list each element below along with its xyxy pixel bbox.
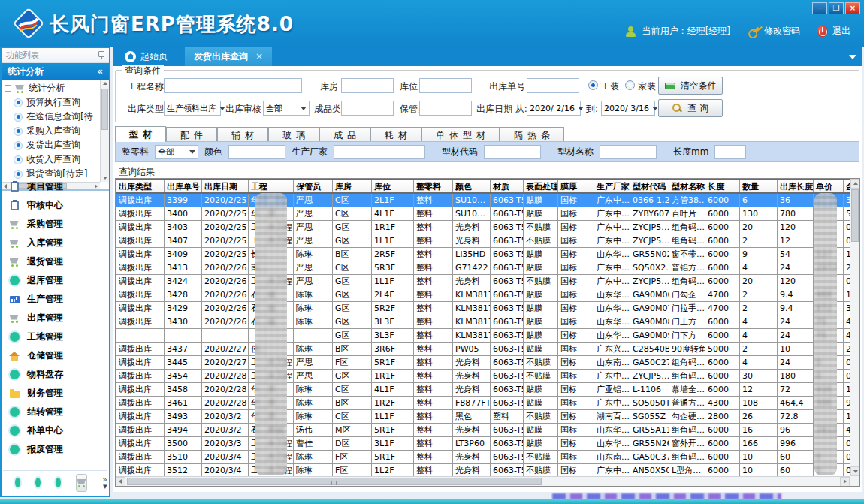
gongzhuang-label[interactable]: 工装 [601,80,619,93]
radio-gongzhuang[interactable] [588,80,598,90]
sidebar-item-9[interactable]: 仓储管理 [2,346,109,365]
sidebar-item-14[interactable]: 报废管理 [2,440,109,459]
table-vertical-scrollbar[interactable] [850,179,859,476]
table-row[interactable]: 调拨出库34092020/2/25长…陈琳B区2R5F整料LI35HD6063-… [116,247,860,261]
circle-icon[interactable] [56,478,61,487]
scroll-up-icon[interactable] [853,182,858,185]
column-header[interactable]: 膜厚 [558,180,594,193]
table-row[interactable]: 调拨出库34302020/2/26石…城陈琳G区3L3F整料KLM3817606… [116,315,860,328]
tree-root[interactable]: 统计分析 [5,81,109,95]
column-header[interactable]: 出库单号 [165,180,202,193]
date-from-select[interactable]: 2020/ 2/16 [527,101,581,116]
table-row[interactable]: 调拨出库34032020/2/25工…共工程严思G区1R1F整料光身料6063-… [116,220,860,234]
tree-expander-icon[interactable] [5,85,11,92]
jiazhuang-label[interactable]: 家装 [638,80,656,93]
sidebar-item-0[interactable]: 项目管理 [2,177,109,196]
table-row[interactable]: 调拨出库34132020/2/26南…严思C区5R3F整料G714226063-… [116,261,860,274]
sidebar-item-7[interactable]: 出库管理 [2,309,109,327]
change-password-button[interactable]: 修改密码 [747,25,800,38]
column-header[interactable]: 表面处理 [524,180,558,193]
tab-home[interactable]: 起始页 [117,47,175,66]
table-row[interactable]: 调拨出库35002020/3/3工…共工程曹佳D区3L1F整料LT3P60606… [116,436,860,450]
material-tab-1[interactable]: 配件 [166,127,217,142]
keeper-input[interactable] [419,101,472,116]
table-horizontal-scrollbar[interactable] [116,476,850,486]
table-row[interactable]: 调拨出库34372020/2/27佛…陈琳B区3R6F整料PW056063-T5… [116,342,860,355]
scroll-left-icon[interactable] [119,479,122,484]
project-name-input[interactable] [164,78,302,93]
close-button[interactable]: × [845,2,860,14]
clear-conditions-button[interactable]: 清空条件 [658,77,723,95]
cart-button[interactable] [76,474,87,492]
product-type-input[interactable] [341,101,394,116]
column-header[interactable]: 出库类型 [116,180,165,193]
whole-piece-select[interactable]: 全部 [155,145,198,159]
tree-item-2[interactable]: 采购入库查询 [14,124,109,138]
collapse-icon[interactable]: « [97,66,103,77]
material-tab-4[interactable]: 成品 [319,127,370,142]
scroll-up-icon[interactable] [103,82,107,85]
column-header[interactable]: 材质 [491,180,524,193]
table-row[interactable]: 调拨出库34582020/2/28华…原…陈琳C区4L1F整料光身料6063-T… [116,382,860,396]
tree-vertical-scrollbar[interactable] [100,80,109,182]
sidebar-item-13[interactable]: 补单中心 [2,421,109,440]
table-row[interactable]: 调拨出库34612020/2/28华…原…陈琳B区1R2F整料F8877FT60… [116,396,860,409]
tree-item-1[interactable]: 在途信息查询[待 [14,110,109,124]
profile-name-input[interactable] [600,145,657,159]
tab-overflow-icon[interactable] [849,55,856,59]
material-tab-0[interactable]: 型材 [115,126,166,142]
vertical-scroll-thumb[interactable] [851,189,859,242]
stats-section-header[interactable]: 统计分析 « [2,63,109,80]
column-header[interactable]: 型材名称 [669,180,705,193]
sidebar-item-2[interactable]: 采购管理 [2,215,109,234]
tree-item-0[interactable]: 预算执行查询 [14,95,109,110]
sidebar-item-5[interactable]: 退库管理 [2,271,109,290]
sidebar-item-11[interactable]: 财务管理 [2,384,109,403]
scroll-down-icon[interactable] [853,470,858,473]
order-no-input[interactable] [527,78,579,93]
maximize-button[interactable]: ❐ [829,2,844,14]
tree-item-3[interactable]: 发货出库查询 [14,138,109,152]
table-row[interactable]: 调拨出库34002020/2/25华…原…严思C区4L1F整料SU10…6063… [116,207,860,220]
sidebar-item-8[interactable]: 工地管理 [2,327,109,346]
sidebar-item-3[interactable]: 入库管理 [2,234,109,252]
material-tab-7[interactable]: 隔热条 [500,127,564,142]
sidebar-item-4[interactable]: 退货管理 [2,252,109,271]
expand-more-button[interactable]: »▾ [102,476,107,490]
horizontal-scroll-thumb[interactable] [127,478,542,485]
column-header[interactable]: 保管员 [294,180,333,193]
sidebar-item-10[interactable]: 物料盘存 [2,365,109,384]
color-input[interactable] [228,145,285,159]
table-row[interactable]: 调拨出库34542020/2/28工…共工程严思G区1R1F整料光身料6063-… [116,369,860,382]
sidebar-item-6[interactable]: 生产管理 [2,290,109,309]
column-header[interactable]: 出库长度 [778,180,814,193]
table-row[interactable]: 调拨出库34942020/3/2石…辉城汤伟M区5R1F整料光身料6063-T5… [116,423,860,436]
logout-button[interactable]: 退出 [817,25,850,38]
column-header[interactable]: 单价 [814,180,844,193]
column-header[interactable]: 数量 [740,180,778,193]
column-header[interactable]: 出库日期 [202,180,249,193]
location-input[interactable] [419,78,472,93]
column-header[interactable]: 整零料 [414,180,453,193]
material-tab-2[interactable]: 辅材 [217,127,268,142]
table-row[interactable]: 调拨出库34072020/2/25工…共工程严思G区1L1F整料光身料6063-… [116,234,860,247]
circle-icon[interactable] [35,478,41,487]
column-header[interactable]: 型材代码 [630,180,669,193]
table-row[interactable]: G区3L3F整料KLM38176063-T5贴膜国标山东华…GA90M09…门下… [116,328,860,342]
length-input[interactable] [714,145,746,159]
table-row[interactable]: 调拨出库35102020/3/4工…共工程陈琳F区5R1F整料光身料6063-T… [116,450,860,463]
minimize-button[interactable]: − [812,2,827,14]
material-tab-5[interactable]: 耗材 [370,127,421,142]
scroll-right-icon[interactable] [844,479,847,484]
table-row[interactable]: 调拨出库35122020/3/4工…共工程陈琳F区1L2F整料光身料6063-T… [116,463,860,477]
search-button[interactable]: 查 询 [658,99,723,117]
radio-jiazhuang[interactable] [625,80,635,90]
pin-icon[interactable] [98,51,104,59]
factory-input[interactable] [334,145,425,159]
table-row[interactable]: 调拨出库34452020/2/27工…共工程严思F区5R1F整料光身料6063-… [116,355,860,369]
outbound-audit-select[interactable]: 全部 [263,101,310,116]
table-row[interactable]: 调拨出库34932020/3/2华…原…陈琳C区1L1F整料黑色塑料不贴膜国标湖… [116,409,860,423]
material-tab-6[interactable]: 单体型材 [421,127,500,142]
profile-code-input[interactable] [484,145,541,159]
sidebar-item-12[interactable]: 结转管理 [2,403,109,421]
